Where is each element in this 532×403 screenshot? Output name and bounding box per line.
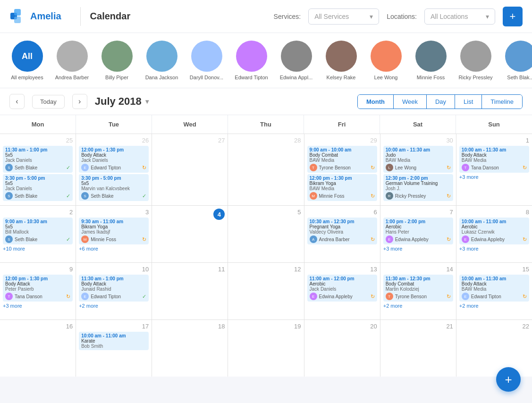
more-events-link[interactable]: +2 more	[459, 303, 529, 309]
calendar-cell-1-6[interactable]: 810:00 am - 11:00 amAerobicLukasz Czerwi…	[456, 206, 532, 262]
calendar-cell-0-5[interactable]: 3010:00 am - 11:30 amJudoBAW MediaLLee W…	[380, 134, 456, 205]
employee-avatar-andrea	[57, 41, 88, 72]
event-time: 12:00 pm - 1:30 pm	[5, 276, 70, 281]
calendar-cell-3-1[interactable]: 1710:00 am - 11:00 amKarateBob Smith	[76, 320, 152, 377]
calendar-cell-2-1[interactable]: 1011:30 am - 1:00 pmBody AttackJunaid Ra…	[76, 263, 152, 319]
view-btn-day[interactable]: Day	[427, 95, 455, 109]
view-btn-timeline[interactable]: Timeline	[482, 95, 522, 109]
event-avatar: S	[81, 192, 89, 200]
employee-item-daryll[interactable]: Daryll Donov...	[189, 41, 224, 80]
calendar-cell-3-6[interactable]: 22	[456, 320, 532, 377]
prev-button[interactable]: ‹	[9, 94, 25, 109]
calendar-cell-1-4[interactable]: 610:30 am - 12:30 pmPregnant YogaValdecy…	[304, 206, 380, 262]
calendar-cell-0-4[interactable]: 299:00 am - 10:00 amBody CombatBAW Media…	[304, 134, 380, 205]
services-select[interactable]: All Services ▾	[308, 8, 379, 25]
event-person-row: TTyrone Benson↻	[386, 293, 451, 300]
event-0-6-0[interactable]: 10:00 am - 11:30 amBody AttackBAW MediaT…	[459, 146, 529, 173]
employee-item-seth[interactable]: Seth Blak...	[503, 41, 532, 80]
calendar-cell-1-5[interactable]: 71:00 pm - 2:00 pmAerobicHans PeterEEdwi…	[380, 206, 456, 262]
add-button[interactable]: +	[503, 7, 523, 26]
event-0-4-1[interactable]: 12:00 pm - 1:30 pmBikram YogaBAW MediaMM…	[307, 174, 377, 201]
event-2-4-0[interactable]: 11:00 am - 12:00 pmAerobicJack DanielsEE…	[307, 275, 377, 302]
today-button[interactable]: Today	[32, 95, 65, 109]
calendar-cell-2-6[interactable]: 1510:00 am - 11:30 amBody AttackBAW Medi…	[456, 263, 532, 319]
event-1-5-0[interactable]: 1:00 pm - 2:00 pmAerobicHans PeterEEdwin…	[383, 218, 453, 244]
event-0-0-0[interactable]: 11:30 am - 1:00 pm5x5Jack DanielsSSeth B…	[3, 146, 73, 173]
calendar-cell-1-0[interactable]: 29:00 am - 10:30 am5x5Bill MallockSSeth …	[0, 206, 76, 262]
more-events-link[interactable]: +2 more	[79, 303, 149, 309]
calendar-cell-2-0[interactable]: 912:00 pm - 1:30 pmBody AttackPeter Pasi…	[0, 263, 76, 319]
cell-date-28: 28	[231, 137, 301, 144]
event-2-5-0[interactable]: 11:30 am - 12:30 pmBody CombatMartin Kol…	[383, 275, 453, 302]
cell-date-27: 27	[155, 137, 225, 144]
employee-item-edwina[interactable]: Edwina Appl...	[279, 41, 314, 80]
employee-item-kelsey[interactable]: Kelsey Rake	[323, 41, 359, 80]
employee-item-ricky[interactable]: Ricky Pressley	[458, 41, 493, 80]
calendar-cell-0-3[interactable]: 28	[228, 134, 304, 205]
view-btn-list[interactable]: List	[455, 95, 482, 109]
calendar-cell-1-1[interactable]: 39:30 am - 11:00 amBikram YogaJames Ikad…	[76, 206, 152, 262]
more-events-link[interactable]: +3 more	[383, 246, 453, 252]
calendar-cell-2-2[interactable]: 11	[152, 263, 228, 319]
more-events-link[interactable]: +6 more	[79, 246, 149, 252]
event-2-0-0[interactable]: 12:00 pm - 1:30 pmBody AttackPeter Pasie…	[3, 275, 73, 302]
employee-item-billy[interactable]: Billy Piper	[99, 41, 135, 80]
view-btn-week[interactable]: Week	[394, 95, 427, 109]
employee-item-minnie[interactable]: Minnie Foss	[413, 41, 448, 80]
day-header-sat: Sat	[380, 115, 456, 134]
calendar-cell-3-0[interactable]: 16	[0, 320, 76, 377]
calendar-cell-0-1[interactable]: 2612:00 pm - 1:30 pmBody AttackJack Dani…	[76, 134, 152, 205]
calendar-cell-3-5[interactable]: 21	[380, 320, 456, 377]
event-status-pending: ↻	[523, 294, 527, 300]
event-0-1-1[interactable]: 3:30 pm - 5:00 pm5x5Marvin van Kalcvsbee…	[79, 174, 149, 201]
employee-item-andrea[interactable]: Andrea Barber	[54, 41, 90, 80]
event-status-check: ✓	[142, 193, 146, 199]
event-0-4-0[interactable]: 9:00 am - 10:00 amBody CombatBAW MediaTT…	[307, 146, 377, 173]
event-person-name: Lee Wong	[395, 165, 445, 170]
event-location: Jack Daniels	[310, 286, 375, 292]
cell-date-7: 7	[383, 209, 453, 216]
cell-date-10: 10	[79, 266, 149, 273]
event-0-1-0[interactable]: 12:00 pm - 1:30 pmBody AttackJack Daniel…	[79, 146, 149, 173]
calendar-cell-3-3[interactable]: 19	[228, 320, 304, 377]
event-location: BAW Media	[386, 158, 451, 163]
calendar-cell-2-4[interactable]: 1311:00 am - 12:00 pmAerobicJack Daniels…	[304, 263, 380, 319]
cell-date-11: 11	[155, 266, 225, 273]
event-2-6-0[interactable]: 10:00 am - 11:30 amBody AttackBAW MediaE…	[459, 275, 529, 302]
more-events-link[interactable]: +3 more	[459, 174, 529, 180]
calendar-cell-0-2[interactable]: 27	[152, 134, 228, 205]
more-events-link[interactable]: +2 more	[383, 303, 453, 309]
event-1-6-0[interactable]: 10:00 am - 11:00 amAerobicLukasz Czerwik…	[459, 218, 529, 244]
locations-select[interactable]: All Locations ▾	[424, 8, 495, 25]
calendar-cell-0-0[interactable]: 2511:30 am - 1:00 pm5x5Jack DanielsSSeth…	[0, 134, 76, 205]
calendar-cell-1-3[interactable]: 5	[228, 206, 304, 262]
cell-date-8: 8	[459, 209, 529, 216]
employee-item-lee[interactable]: Lee Wong	[368, 41, 404, 80]
event-1-0-0[interactable]: 9:00 am - 10:30 am5x5Bill MallockSSeth B…	[3, 218, 73, 244]
calendar-cell-1-2[interactable]: 4	[152, 206, 228, 262]
employee-item-edward[interactable]: Edward Tipton	[234, 41, 269, 80]
next-button[interactable]: ›	[72, 94, 87, 109]
event-person-row: AAndrea Barber↻	[310, 235, 375, 243]
event-2-1-0[interactable]: 11:30 am - 1:00 pmBody AttackJunaid Rash…	[79, 275, 149, 302]
calendar-cell-2-3[interactable]: 12	[228, 263, 304, 319]
event-1-1-0[interactable]: 9:30 am - 11:00 amBikram YogaJames Ikads…	[79, 218, 149, 244]
event-1-4-0[interactable]: 10:30 am - 12:30 pmPregnant YogaValdecy …	[307, 218, 377, 244]
event-0-0-1[interactable]: 3:30 pm - 5:00 pm5x5Jack DanielsSSeth Bl…	[3, 174, 73, 201]
calendar-cell-0-6[interactable]: 110:00 am - 11:30 amBody AttackBAW Media…	[456, 134, 532, 205]
day-header-thu: Thu	[228, 115, 304, 134]
event-0-5-1[interactable]: 12:30 pm - 2:00 pmGerman Volume Training…	[383, 174, 453, 201]
employee-name-daryll: Daryll Donov...	[190, 75, 223, 80]
month-dropdown-icon[interactable]: ▾	[145, 98, 149, 105]
calendar-cell-3-4[interactable]: 20	[304, 320, 380, 377]
calendar-cell-3-2[interactable]: 18	[152, 320, 228, 377]
more-events-link[interactable]: +3 more	[459, 246, 529, 252]
more-events-link[interactable]: +10 more	[3, 246, 73, 252]
employee-item-dana[interactable]: Dana Jackson	[144, 41, 179, 80]
calendar-cell-2-5[interactable]: 1411:30 am - 12:30 pmBody CombatMartin K…	[380, 263, 456, 319]
event-0-5-0[interactable]: 10:00 am - 11:30 amJudoBAW MediaLLee Won…	[383, 146, 453, 173]
more-events-link[interactable]: +3 more	[3, 303, 73, 309]
employee-item-all[interactable]: AllAll employees	[9, 41, 45, 80]
event-3-1-0[interactable]: 10:00 am - 11:00 amKarateBob Smith	[79, 332, 149, 350]
view-btn-month[interactable]: Month	[358, 95, 394, 109]
